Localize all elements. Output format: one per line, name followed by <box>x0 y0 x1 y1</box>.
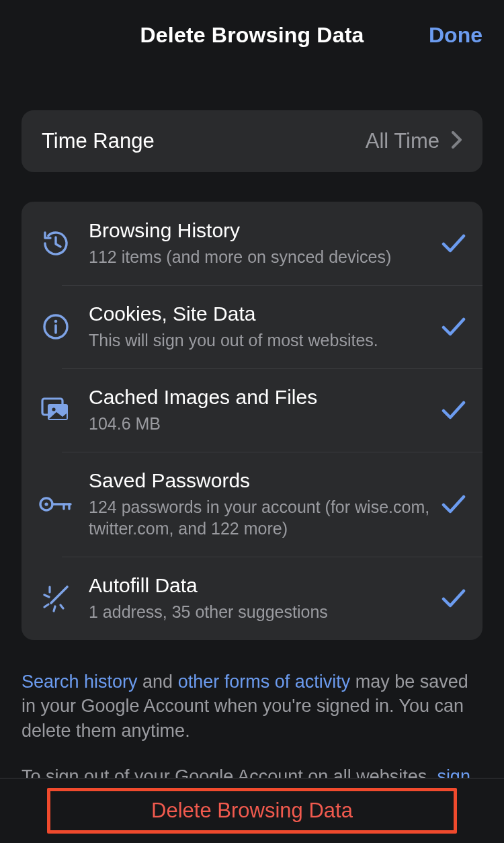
done-button[interactable]: Done <box>429 23 482 48</box>
svg-point-6 <box>44 502 48 506</box>
delete-browsing-data-screen: Delete Browsing Data Done Time Range All… <box>0 0 504 843</box>
row-saved-passwords[interactable]: Saved Passwords 124 passwords in your ac… <box>22 452 482 557</box>
checkmark-icon <box>439 588 468 608</box>
row-cookies-site-data[interactable]: Cookies, Site Data This will sign you ou… <box>22 285 482 368</box>
row-text: Autofill Data 1 address, 35 other sugges… <box>89 574 439 623</box>
svg-point-4 <box>52 407 55 411</box>
key-icon <box>36 494 75 514</box>
row-title: Browsing History <box>89 219 433 242</box>
row-text: Saved Passwords 124 passwords in your ac… <box>89 469 439 539</box>
time-range-label: Time Range <box>42 129 155 153</box>
images-icon <box>36 396 75 424</box>
row-cached-images-files[interactable]: Cached Images and Files 104.6 MB <box>22 368 482 452</box>
row-text: Cookies, Site Data This will sign you ou… <box>89 303 439 351</box>
row-title: Cookies, Site Data <box>89 303 433 325</box>
other-activity-link[interactable]: other forms of activity <box>178 672 351 692</box>
checkmark-icon <box>439 233 468 253</box>
header: Delete Browsing Data Done <box>0 0 504 70</box>
row-text: Browsing History 112 items (and more on … <box>89 219 439 268</box>
time-range-row[interactable]: Time Range All Time <box>22 110 482 172</box>
row-title: Cached Images and Files <box>89 386 433 409</box>
page-title: Delete Browsing Data <box>140 23 364 48</box>
row-subtitle: This will sign you out of most websites. <box>89 329 433 351</box>
row-subtitle: 104.6 MB <box>89 413 433 434</box>
data-types-list: Browsing History 112 items (and more on … <box>22 202 482 640</box>
row-subtitle: 1 address, 35 other suggestions <box>89 601 433 623</box>
checkmark-icon <box>439 317 468 337</box>
row-subtitle: 124 passwords in your account (for wise.… <box>89 496 433 539</box>
footer-paragraph-1: Search history and other forms of activi… <box>22 670 482 743</box>
row-title: Saved Passwords <box>89 469 433 492</box>
row-subtitle: 112 items (and more on synced devices) <box>89 246 433 268</box>
row-browsing-history[interactable]: Browsing History 112 items (and more on … <box>22 202 482 285</box>
history-icon <box>36 229 75 258</box>
checkmark-icon <box>439 400 468 420</box>
chevron-right-icon <box>452 131 462 151</box>
row-autofill-data[interactable]: Autofill Data 1 address, 35 other sugges… <box>22 557 482 640</box>
time-range-value-wrap: All Time <box>366 129 462 153</box>
info-icon <box>36 313 75 341</box>
search-history-link[interactable]: Search history <box>22 672 138 692</box>
bottom-bar: Delete Browsing Data <box>0 778 504 843</box>
time-range-value: All Time <box>366 129 439 153</box>
footer-text: and <box>138 672 178 692</box>
time-range-card: Time Range All Time <box>22 110 482 172</box>
svg-point-1 <box>54 320 58 323</box>
checkmark-icon <box>439 494 468 514</box>
magic-wand-icon <box>36 583 75 614</box>
row-text: Cached Images and Files 104.6 MB <box>89 386 439 434</box>
delete-browsing-data-button[interactable]: Delete Browsing Data <box>47 788 457 834</box>
row-title: Autofill Data <box>89 574 433 597</box>
